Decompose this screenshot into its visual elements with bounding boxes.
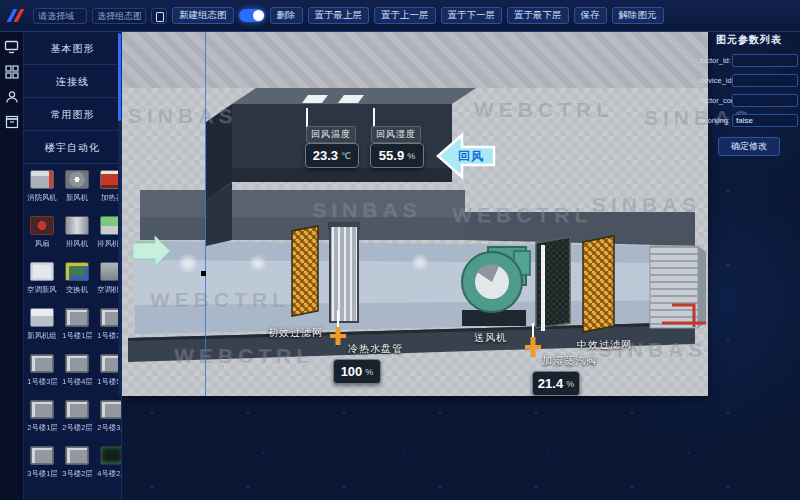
palette-thumb	[100, 446, 122, 465]
new-diagram-button[interactable]: 新建组态图	[172, 7, 234, 24]
working-row: working:	[700, 114, 798, 127]
watermark-text: WEBCTRL	[474, 98, 614, 122]
section-building-automation[interactable]: 楼宇自动化	[24, 131, 121, 164]
palette-item-b2f1[interactable]: 2号楼1层	[26, 400, 59, 433]
app-logo	[4, 8, 28, 24]
palette-item-switch[interactable]: 交换机	[61, 262, 94, 295]
palette-label: 新风机组	[28, 330, 57, 340]
palette-item-ac-fresh-air[interactable]: 空调新风	[26, 262, 59, 295]
palette-label: 4号楼2层	[97, 468, 122, 478]
primary-filter-label: 初效过滤网	[268, 326, 323, 340]
watermark-text: WEBCTRL	[150, 288, 290, 312]
params-panel-title: 图元参数列表	[700, 33, 798, 47]
primary-filter[interactable]	[292, 226, 318, 316]
palette-label: 1号楼4层	[62, 376, 92, 386]
palette-label: 空调新风	[28, 284, 57, 294]
palette-label: 排风机	[66, 238, 88, 248]
section-basic-shapes[interactable]: 基本图形	[24, 32, 121, 65]
return-temp-tag: 回风温度	[306, 126, 356, 143]
palette-item-fan[interactable]: 风扇	[26, 216, 59, 249]
device-id-input[interactable]	[732, 74, 798, 87]
bring-forward-button[interactable]: 置于上一层	[374, 7, 436, 24]
grid-icon[interactable]	[5, 65, 19, 79]
supply-fan-label: 送风机	[474, 331, 507, 345]
user-icon[interactable]	[5, 90, 19, 104]
return-humidity-value: 55.9 %	[370, 143, 424, 168]
palette-item-fresh-fan[interactable]: 新风机	[61, 170, 94, 203]
diagram-canvas[interactable]: SINBAS WEBCTRL SINBAS SINBAS WEBCTRL SIN…	[122, 32, 708, 396]
outlet-grille[interactable]	[650, 246, 706, 328]
factor-id-row: factor_id:	[700, 54, 798, 67]
send-to-back-button[interactable]: 置于最下层	[507, 7, 569, 24]
return-humidity-unit: %	[407, 151, 415, 161]
palette-label: 1号楼1层	[62, 330, 92, 340]
palette-item-b1f3[interactable]: 1号楼3层	[26, 354, 59, 387]
humidifier-valve-value: 21.4 %	[532, 371, 580, 396]
return-temp-unit: ℃	[341, 151, 351, 161]
watermark-text: SINBAS	[592, 193, 701, 217]
palette-thumb	[30, 308, 54, 327]
toolbar: 新建组态图 删除 置于最上层 置于上一层 置于下一层 置于最下层 保存 解除图元	[0, 0, 800, 32]
palette-thumb	[65, 308, 89, 327]
factor-code-input[interactable]	[732, 94, 798, 107]
palette-item-exhaust-fan[interactable]: 排风机	[61, 216, 94, 249]
left-icon-rail	[0, 32, 24, 500]
watermark-text: WEBCTRL	[452, 203, 592, 227]
palette-thumb	[65, 446, 89, 465]
section-common-shapes[interactable]: 常用图形	[24, 98, 121, 131]
palette-item-b1f4[interactable]: 1号楼4层	[61, 354, 94, 387]
supply-fan[interactable]	[462, 247, 530, 326]
palette-label: 交换机	[66, 284, 88, 294]
humidifier-number: 21.4	[538, 376, 563, 391]
domain-select-input[interactable]	[33, 8, 87, 24]
factor-id-label: factor_id:	[700, 56, 730, 65]
vertical-guide-line	[205, 32, 206, 396]
palette-thumb	[30, 216, 54, 235]
palette-thumb	[30, 354, 54, 373]
archive-box-icon[interactable]	[5, 115, 19, 129]
bring-to-front-button[interactable]: 置于最上层	[308, 7, 370, 24]
unbind-element-button[interactable]: 解除图元	[612, 7, 664, 24]
humidifier-section[interactable]	[536, 237, 570, 331]
selection-handle[interactable]	[201, 271, 206, 276]
palette-item-b2f3[interactable]: 2号楼3层	[96, 400, 122, 433]
palette-item-fresh-air-unit[interactable]: 新风机组	[26, 308, 59, 341]
palette-item-b1f1[interactable]: 1号楼1层	[61, 308, 94, 341]
palette-label: 3号楼1层	[27, 468, 57, 478]
monitor-icon[interactable]	[4, 40, 19, 54]
water-coil[interactable]	[328, 222, 360, 322]
humidifier-unit: %	[566, 379, 574, 389]
palette-thumb	[30, 400, 54, 419]
save-button[interactable]: 保存	[574, 7, 607, 24]
delete-button[interactable]: 删除	[270, 7, 303, 24]
edit-mode-toggle[interactable]	[239, 9, 265, 22]
coil-valve-number: 100	[341, 364, 363, 379]
load-diagram-button[interactable]	[151, 8, 167, 24]
device-id-row: device_id:	[700, 74, 798, 87]
working-input[interactable]	[732, 114, 798, 127]
palette-label: 2号楼2层	[62, 422, 92, 432]
medium-filter-label: 中效过滤网	[577, 338, 632, 352]
scada-editor-app: 新建组态图 删除 置于最上层 置于上一层 置于下一层 置于最下层 保存 解除图元…	[0, 0, 800, 500]
return-humidity-number: 55.9	[379, 148, 404, 163]
palette-item-b2f2[interactable]: 2号楼2层	[61, 400, 94, 433]
factor-id-input[interactable]	[732, 54, 798, 67]
return-temp-number: 23.3	[313, 148, 338, 163]
send-backward-button[interactable]: 置于下一层	[441, 7, 503, 24]
palette-item-b3f2[interactable]: 3号楼2层	[61, 446, 94, 479]
palette-label: 新风机	[66, 192, 88, 202]
palette-item-b4f2[interactable]: 4号楼2层	[96, 446, 122, 479]
palette-label: 1号楼3层	[27, 376, 57, 386]
palette-item-b3f1[interactable]: 3号楼1层	[26, 446, 59, 479]
canvas-margin-hatch	[122, 32, 708, 88]
factor-code-label: factor_cod	[700, 96, 730, 105]
working-label: working:	[700, 116, 730, 125]
section-connectors[interactable]: 连接线	[24, 65, 121, 98]
return-temp-value: 23.3 ℃	[305, 143, 359, 168]
factor-code-row: factor_cod	[700, 94, 798, 107]
medium-filter[interactable]	[583, 236, 614, 332]
palette-item-fire-fan[interactable]: 消防风机	[26, 170, 59, 203]
confirm-modify-button[interactable]: 确定修改	[718, 137, 780, 156]
palette-scrollbar-thumb[interactable]	[118, 33, 121, 121]
diagram-select-input[interactable]	[92, 8, 146, 24]
